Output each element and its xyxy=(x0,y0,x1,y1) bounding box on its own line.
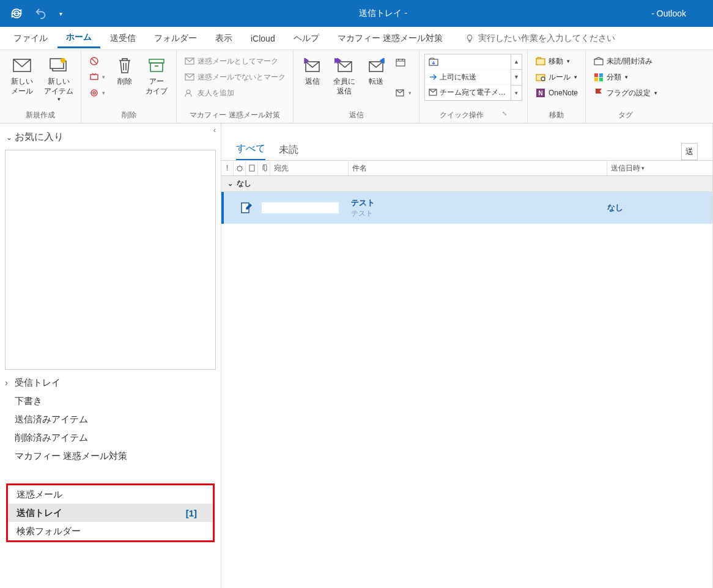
folder-redacted[interactable] xyxy=(0,465,221,483)
col-attach-icon[interactable] xyxy=(258,161,270,175)
ribbon: 新しい メール 新しい アイテム▾ 新規作成 ▾ ▾ 削除 アー カイブ xyxy=(0,50,713,123)
svg-point-12 xyxy=(187,90,190,94)
envelope-icon xyxy=(12,55,32,76)
outbox-count: [1] xyxy=(186,508,207,518)
new-items-button[interactable]: 新しい アイテム▾ xyxy=(42,53,76,106)
new-mail-button[interactable]: 新しい メール xyxy=(5,53,39,98)
svg-rect-5 xyxy=(91,75,98,79)
favorites-header[interactable]: ⌄ お気に入り xyxy=(0,123,221,147)
undo-icon[interactable] xyxy=(31,3,51,24)
filter-all[interactable]: すべて xyxy=(236,142,265,160)
meeting-icon xyxy=(395,57,406,68)
col-importance-icon[interactable]: ! xyxy=(221,161,234,175)
forward-icon xyxy=(366,55,386,76)
tab-file[interactable]: ファイル xyxy=(5,29,56,48)
add-friend-button[interactable]: 友人を追加 xyxy=(182,86,288,100)
tab-help[interactable]: ヘルプ xyxy=(285,29,328,48)
folder-search[interactable]: 検索フォルダー xyxy=(8,522,213,540)
categorize-button[interactable]: 分類▾ xyxy=(591,70,660,84)
group-new: 新しい メール 新しい アイテム▾ 新規作成 xyxy=(0,50,81,123)
more-icon xyxy=(395,87,406,98)
favorites-box xyxy=(5,150,216,370)
group-mcafee: 迷惑メールとしてマーク 迷惑メールでないとマーク 友人を追加 マカフィー 迷惑メ… xyxy=(177,50,294,123)
col-to[interactable]: 宛先 xyxy=(270,161,349,175)
ignore-icon xyxy=(89,56,100,67)
quickstep-gallery[interactable]: 上司に転送 チーム宛て電子メ… ▲ ▼ ▾ xyxy=(424,54,522,101)
folder-junk[interactable]: 迷惑メール xyxy=(8,485,213,504)
flag-button[interactable]: フラグの設定▾ xyxy=(591,86,660,100)
forward-button[interactable]: 転送 xyxy=(362,53,390,89)
col-icon-icon[interactable] xyxy=(246,161,258,175)
group-quickstep: 上司に転送 チーム宛て電子メ… ▲ ▼ ▾ クイック操作⤡ xyxy=(419,50,528,123)
mail-row-1[interactable]: テスト テスト なし xyxy=(221,192,712,224)
send-button[interactable]: 送 xyxy=(681,143,698,160)
svg-rect-31 xyxy=(249,165,254,171)
new-items-icon xyxy=(48,55,69,76)
reply-button[interactable]: 返信 xyxy=(298,53,327,89)
trash-icon xyxy=(114,55,135,76)
filter-unread[interactable]: 未読 xyxy=(279,144,298,160)
folder-sent[interactable]: 送信済みアイテム xyxy=(0,410,221,428)
svg-rect-16 xyxy=(396,59,405,66)
svg-rect-9 xyxy=(150,63,163,72)
group-move: 移動▾ ルール▾ NOneNote 移動 xyxy=(528,50,586,123)
reply-icon xyxy=(302,55,323,76)
quickstep-fwd-boss[interactable]: 上司に転送 xyxy=(425,70,511,85)
unread-button[interactable]: 未読/開封済み xyxy=(591,54,660,68)
folder-outbox[interactable]: 送信トレイ[1] xyxy=(8,504,213,522)
tab-mcafee[interactable]: マカフィー 迷惑メール対策 xyxy=(329,29,451,48)
qat-dropdown-icon[interactable]: ▾ xyxy=(55,3,66,24)
chevron-down-icon: ⌄ xyxy=(227,180,233,188)
highlight-box: 迷惑メール 送信トレイ[1] 検索フォルダー xyxy=(6,483,215,542)
quickstep-expand-icon[interactable]: ▾ xyxy=(511,86,522,100)
svg-point-6 xyxy=(91,90,97,96)
tab-icloud[interactable]: iCloud xyxy=(242,30,284,47)
rules-button[interactable]: ルール▾ xyxy=(533,70,580,84)
filter-tabs: すべて 未読 送 xyxy=(221,123,712,160)
cleanup-button[interactable]: ▾ xyxy=(86,70,108,84)
meeting-button[interactable] xyxy=(393,55,414,70)
sync-icon[interactable] xyxy=(6,3,27,24)
group-none-row[interactable]: ⌄ なし xyxy=(221,176,712,192)
ignore-button[interactable] xyxy=(86,54,108,68)
mail-list-pane: すべて 未読 送 ! 宛先 件名 送信日時▾ ⌄ なし テスト テスト xyxy=(221,123,713,588)
col-sent[interactable]: 送信日時▾ xyxy=(607,161,712,175)
tab-home[interactable]: ホーム xyxy=(57,28,100,48)
svg-point-7 xyxy=(93,92,95,94)
folder-drafts[interactable]: 下書き xyxy=(0,392,221,410)
reply-all-icon xyxy=(334,55,355,76)
folder-inbox[interactable]: 受信トレイ xyxy=(0,373,221,392)
folder-deleted[interactable]: 削除済みアイテム xyxy=(0,428,221,447)
onenote-icon: N xyxy=(535,87,546,98)
cleanup-icon xyxy=(89,72,100,83)
archive-button[interactable]: アー カイブ xyxy=(142,53,171,98)
tell-me-search[interactable]: 実行したい作業を入力してください xyxy=(465,33,615,44)
junk-button[interactable]: ▾ xyxy=(86,86,108,100)
reply-all-button[interactable]: 全員に 返信 xyxy=(329,53,360,98)
collapse-nav-icon[interactable]: ‹ xyxy=(211,123,218,137)
mark-not-junk-button[interactable]: 迷惑メールでないとマーク xyxy=(182,70,288,84)
svg-rect-29 xyxy=(599,78,603,81)
move-button[interactable]: 移動▾ xyxy=(533,54,580,68)
folder-mcafee[interactable]: マカフィー 迷惑メール対策 xyxy=(0,447,221,465)
col-subject[interactable]: 件名 xyxy=(349,161,607,175)
column-headers: ! 宛先 件名 送信日時▾ xyxy=(221,160,712,176)
svg-rect-28 xyxy=(594,78,598,81)
folder-redacted-2[interactable] xyxy=(0,545,221,563)
mail-notjunk-icon xyxy=(184,72,195,83)
delete-button[interactable]: 削除 xyxy=(110,53,139,89)
quickstep-team-mail[interactable]: チーム宛て電子メ… xyxy=(425,85,511,100)
quickstep-move[interactable] xyxy=(425,54,511,70)
onenote-button[interactable]: NOneNote xyxy=(533,86,580,100)
tab-sendreceive[interactable]: 送受信 xyxy=(102,29,144,48)
mark-junk-button[interactable]: 迷惑メールとしてマーク xyxy=(182,54,288,68)
quickstep-up-icon[interactable]: ▲ xyxy=(511,54,522,70)
col-reminder-icon[interactable] xyxy=(234,161,246,175)
group-delete-label: 削除 xyxy=(86,108,171,123)
navigation-pane: ‹ ⌄ お気に入り 受信トレイ 下書き 送信済みアイテム 削除済みアイテム マカ… xyxy=(0,123,221,588)
tab-folder[interactable]: フォルダー xyxy=(146,29,205,48)
folder-list: 受信トレイ 下書き 送信済みアイテム 削除済みアイテム マカフィー 迷惑メール対… xyxy=(0,372,221,564)
tab-view[interactable]: 表示 xyxy=(207,29,241,48)
more-reply-button[interactable]: ▾ xyxy=(393,86,414,100)
quickstep-down-icon[interactable]: ▼ xyxy=(511,70,522,85)
